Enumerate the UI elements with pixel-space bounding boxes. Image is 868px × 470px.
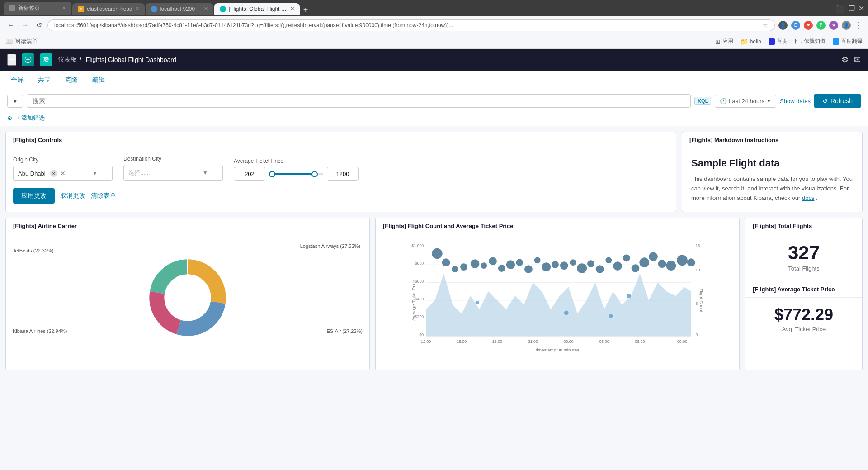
more-icon[interactable]: ⋮ <box>854 20 863 30</box>
refresh-label: Refresh <box>830 97 853 104</box>
flight-count-panel: [Flights] Flight Count and Average Ticke… <box>375 218 740 370</box>
add-filter-button[interactable]: + 添加筛选 <box>16 114 45 122</box>
origin-city-clear[interactable]: ✕ <box>60 170 66 177</box>
clear-form-button[interactable]: 清除表单 <box>91 192 116 200</box>
bubble <box>639 258 649 268</box>
area-fill <box>426 274 691 336</box>
avg-ticket-title: [Flights] Average Ticket Price <box>753 286 835 293</box>
topnav-right: ⚙ ✉ <box>841 55 861 65</box>
time-selector[interactable]: 🕐 Last 24 hours ▼ <box>715 95 776 108</box>
tab-label: 新标签页 <box>18 5 40 12</box>
address-bar[interactable]: localhost:5601/app/kibana#/dashboard/7ad… <box>47 19 775 31</box>
bubble <box>666 261 676 271</box>
tab-elastic-head[interactable]: e elasticsearch-head ✕ <box>72 3 145 15</box>
search-bar: ▼ KQL 🕐 Last 24 hours ▼ Show dates ↺ Ref… <box>0 90 868 112</box>
total-flights-title: [Flights] Total Flights <box>753 223 812 229</box>
user-icon[interactable]: 👤 <box>842 21 851 30</box>
hamburger-menu[interactable]: ☰ <box>7 54 16 66</box>
refresh-button[interactable]: ↺ Refresh <box>814 94 861 108</box>
bookmark-baidu[interactable]: 百度一下，你就知道 <box>769 38 826 45</box>
search-input-wrap[interactable] <box>27 94 691 108</box>
breadcrumb-separator: / <box>80 56 81 63</box>
reader-mode-icon[interactable]: 📖 阅读清单 <box>5 38 38 46</box>
bookmark-hello[interactable]: 📁 hello <box>741 38 761 45</box>
controls-panel: [Flights] Controls Origin City Abu Dhabi… <box>5 132 676 212</box>
origin-city-tag-close[interactable]: × <box>50 170 57 177</box>
filter-settings-button[interactable]: ⚙ <box>7 115 13 122</box>
chevron-down-icon: ▼ <box>766 98 771 104</box>
new-tab-button[interactable]: + <box>301 5 311 15</box>
filter-options-button[interactable]: ▼ <box>7 95 23 108</box>
kibana-logo <box>22 53 34 66</box>
svg-text:18:00: 18:00 <box>492 339 502 344</box>
avg-ticket-label: Avg. Ticket Price <box>782 326 826 332</box>
tab-icon <box>9 5 15 11</box>
slider-thumb-right[interactable] <box>311 171 318 177</box>
tab-close-icon[interactable]: ✕ <box>290 6 294 12</box>
avg-ticket-section: [Flights] Average Ticket Price $772.29 A… <box>745 281 862 342</box>
search-input[interactable] <box>33 97 685 104</box>
bubble <box>677 255 688 266</box>
bookmark-label: 百度一下，你就知道 <box>777 38 826 45</box>
clone-button[interactable]: 克隆 <box>61 74 81 86</box>
maximize-icon[interactable]: ❐ <box>849 4 855 13</box>
bookmark-apps[interactable]: ⊞ 应用 <box>715 38 733 45</box>
tab-new[interactable]: 新标签页 ✕ <box>4 2 71 15</box>
tab-localhost-9200[interactable]: localhost:9200 ✕ <box>146 3 213 15</box>
chevron-down-icon: ▼ <box>92 170 98 176</box>
extension-icon-3[interactable]: P <box>816 21 826 30</box>
origin-city-select[interactable]: Abu Dhabi × ✕ ▼ <box>13 166 113 181</box>
bubble <box>489 257 497 266</box>
stats-panel: [Flights] Total Flights 327 Total Flight… <box>745 218 863 370</box>
cancel-button[interactable]: 取消更改 <box>60 192 85 200</box>
markdown-text: This dashboard contains sample data for … <box>691 175 853 203</box>
bubble <box>577 264 587 274</box>
extension-icon-4[interactable]: ★ <box>829 21 838 30</box>
minimize-icon[interactable]: ⬛ <box>836 4 845 13</box>
donut-chart <box>138 248 237 347</box>
bookmark-baidu-translate[interactable]: 百度翻译 <box>833 38 863 45</box>
show-dates-button[interactable]: Show dates <box>780 98 811 104</box>
forward-button[interactable]: → <box>20 19 31 31</box>
markdown-panel-title: [Flights] Markdown Instructions <box>689 137 778 143</box>
bubble <box>516 259 523 266</box>
svg-text:timestamp/30 minutes: timestamp/30 minutes <box>536 348 579 353</box>
filter-settings-icon: ⚙ <box>7 115 13 122</box>
browser-tabs: 新标签页 ✕ e elasticsearch-head ✕ localhost:… <box>4 2 834 15</box>
tab-label: [Flights] Global Flight Dashbo... <box>229 6 288 12</box>
kibana-topnav: ☰ 联 仪表板 / [Flights] Global Flight Dashbo… <box>0 49 868 71</box>
controls-panel-title: [Flights] Controls <box>13 137 62 143</box>
slider-thumb-left[interactable] <box>269 171 275 177</box>
price-min-input[interactable] <box>234 167 265 181</box>
total-flights-label: Total Flights <box>788 265 819 272</box>
close-icon[interactable]: ✕ <box>859 4 864 13</box>
bubble <box>498 265 505 272</box>
bubble <box>587 261 594 268</box>
destination-city-select[interactable]: 选择...... ▼ <box>123 165 223 181</box>
bubble <box>506 261 515 270</box>
docs-link[interactable]: docs <box>802 195 814 201</box>
bubble <box>452 266 458 272</box>
breadcrumb-parent[interactable]: 仪表板 <box>58 56 77 64</box>
apply-button[interactable]: 应用更改 <box>13 188 55 204</box>
share-button[interactable]: 共享 <box>34 74 54 86</box>
star-icon[interactable]: ☆ <box>762 22 768 29</box>
total-flights-header: [Flights] Total Flights <box>745 218 862 234</box>
price-max-input[interactable] <box>327 167 359 181</box>
extension-icon-1[interactable]: E <box>791 21 800 30</box>
tab-close-icon[interactable]: ✕ <box>204 6 208 12</box>
tab-close-icon[interactable]: ✕ <box>135 6 139 12</box>
notifications-button[interactable]: ✉ <box>854 55 861 65</box>
back-button[interactable]: ← <box>5 19 16 31</box>
tab-kibana-dashboard[interactable]: [Flights] Global Flight Dashbo... ✕ <box>214 3 300 15</box>
fullscreen-button[interactable]: 全屏 <box>7 74 27 86</box>
edit-button[interactable]: 编辑 <box>89 74 108 86</box>
controls-panel-header: [Flights] Controls <box>6 132 676 148</box>
tab-close-icon[interactable]: ✕ <box>62 5 66 11</box>
profile-icon[interactable]: 👤 <box>778 21 788 30</box>
extension-icon-2[interactable]: ❤ <box>804 21 813 30</box>
settings-button[interactable]: ⚙ <box>841 55 849 65</box>
price-slider[interactable] <box>269 170 323 179</box>
bubble <box>649 252 658 261</box>
reload-button[interactable]: ↺ <box>34 19 44 31</box>
